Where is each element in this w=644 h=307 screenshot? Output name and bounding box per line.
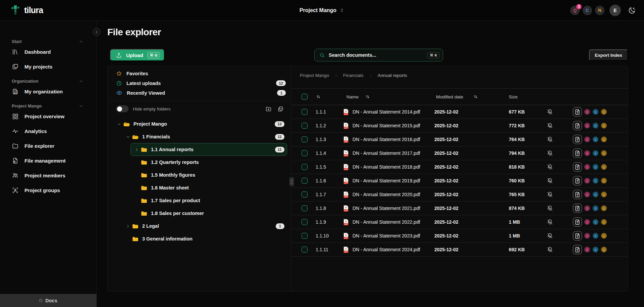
breadcrumb-item-project-mango[interactable]: Project Mango [300, 73, 329, 78]
file-row-1-1-10[interactable]: 1.1.10DN - Annual Statement 2023.pdf2025… [292, 229, 628, 243]
notifications-off-icon[interactable] [547, 123, 553, 129]
pane-resize-handle[interactable] [289, 177, 294, 186]
search-box[interactable]: ⌘ K [314, 49, 443, 61]
docs-button[interactable]: Docs [0, 294, 97, 307]
file-name[interactable]: DN - Annual Statement 2023.pdf [353, 233, 420, 238]
row-checkbox[interactable] [302, 219, 308, 225]
avatar-q[interactable]: Q3 [570, 6, 580, 15]
tree-row-1-2-quarterly-reports[interactable]: 1.2 Quarterly reports [130, 156, 287, 169]
index-sort-icon[interactable] [316, 94, 321, 99]
collapse-all-icon[interactable] [277, 106, 284, 112]
breadcrumb-item-annual-reports[interactable]: Annual reports [378, 73, 407, 78]
row-checkbox[interactable] [302, 247, 308, 253]
notifications-off-icon[interactable] [547, 150, 553, 157]
notifications-off-icon[interactable] [547, 109, 553, 115]
document-question-button[interactable] [573, 217, 582, 227]
breadcrumb-item-financials[interactable]: Financials [343, 73, 364, 78]
document-question-button[interactable] [573, 135, 582, 144]
file-name[interactable]: DN - Annual Statement 2021.pdf [353, 206, 420, 211]
quick-link-favorites[interactable]: Favorites [108, 69, 291, 78]
file-name[interactable]: DN - Annual Statement 2015.pdf [353, 123, 420, 128]
file-row-1-1-9[interactable]: 1.1.9DN - Annual Statement 2022.pdf2025-… [292, 215, 628, 229]
notifications-off-icon[interactable] [547, 164, 553, 170]
sidebar-item-file-explorer[interactable]: File explorer [0, 138, 96, 153]
file-row-1-1-1[interactable]: 1.1.1DN - Annual Statement 2014.pdf2025-… [292, 105, 628, 119]
tree-row-1-6-master-sheet[interactable]: 1.6 Master sheet [130, 181, 287, 194]
quick-link-recently-viewed[interactable]: Recently Viewed1 [108, 88, 291, 98]
file-name[interactable]: DN - Annual Statement 2014.pdf [353, 109, 420, 115]
document-question-button[interactable] [573, 231, 582, 240]
document-question-button[interactable] [573, 204, 582, 213]
row-checkbox[interactable] [302, 233, 308, 239]
document-question-button[interactable] [573, 121, 582, 130]
file-name[interactable]: DN - Annual Statement 2018.pdf [353, 164, 420, 170]
file-name[interactable]: DN - Annual Statement 2016.pdf [353, 137, 420, 142]
export-index-button[interactable]: Export Index [589, 49, 628, 61]
chevron-right-icon[interactable] [125, 224, 131, 229]
file-row-1-1-6[interactable]: 1.1.6DN - Annual Statement 2019.pdf2025-… [292, 174, 628, 188]
tree-row-project-mango[interactable]: Project Mango12 [113, 118, 287, 130]
search-input[interactable] [329, 52, 423, 58]
file-name[interactable]: DN - Annual Statement 2022.pdf [353, 219, 420, 225]
file-name[interactable]: DN - Annual Statement 2017.pdf [353, 150, 420, 156]
select-all-checkbox[interactable] [302, 94, 308, 100]
name-sort-icon[interactable] [365, 94, 370, 99]
tree-row-1-financials[interactable]: 1 Financials11 [122, 130, 287, 143]
sidebar-collapse-button[interactable] [93, 28, 101, 36]
notifications-off-icon[interactable] [547, 233, 553, 239]
avatar-e[interactable]: E [609, 5, 621, 16]
sidebar-item-project-members[interactable]: Project members [0, 168, 96, 183]
row-checkbox[interactable] [302, 191, 308, 198]
notifications-off-icon[interactable] [547, 178, 553, 184]
size-column-header[interactable]: Size [509, 94, 518, 99]
name-column-header[interactable]: Name [346, 94, 359, 99]
project-selector[interactable]: Project Mango [300, 7, 344, 13]
document-question-button[interactable] [573, 107, 582, 117]
sidebar-item-my-organization[interactable]: My organization [0, 84, 96, 99]
notifications-off-icon[interactable] [547, 205, 553, 212]
document-question-button[interactable] [573, 245, 582, 254]
document-question-button[interactable] [573, 162, 582, 172]
notifications-off-icon[interactable] [547, 247, 553, 253]
file-name[interactable]: DN - Annual Statement 2020.pdf [353, 192, 420, 197]
sidebar-item-analytics[interactable]: Analytics [0, 124, 96, 138]
sidebar-item-dashboard[interactable]: Dashboard [0, 44, 96, 59]
quick-link-latest-uploads[interactable]: Latest uploads12 [108, 78, 291, 88]
row-checkbox[interactable] [302, 150, 308, 156]
sidebar-section-header-organization[interactable]: Organization [0, 78, 96, 84]
sidebar-section-header-start[interactable]: Start [0, 38, 96, 44]
row-checkbox[interactable] [302, 123, 308, 129]
document-question-button[interactable] [573, 176, 582, 185]
tree-row-1-8-sales-per-customer[interactable]: 1.8 Sales per customer [130, 207, 287, 220]
notifications-off-icon[interactable] [547, 191, 553, 198]
file-name[interactable]: DN - Annual Statement 2024.pdf [353, 247, 420, 252]
document-question-button[interactable] [573, 148, 582, 158]
chevron-right-icon[interactable] [133, 147, 140, 152]
tree-row-1-5-monthly-figures[interactable]: 1.5 Monthly figures [130, 169, 287, 181]
sidebar-item-file-management[interactable]: File management [0, 153, 96, 168]
file-name[interactable]: DN - Annual Statement 2019.pdf [353, 178, 420, 183]
file-row-1-1-5[interactable]: 1.1.5DN - Annual Statement 2018.pdf2025-… [292, 160, 628, 174]
avatar-c[interactable]: C [583, 6, 592, 15]
sidebar-item-my-projects[interactable]: My projects [0, 59, 96, 74]
app-logo[interactable]: tilura [11, 5, 43, 15]
row-checkbox[interactable] [302, 178, 308, 184]
sidebar-item-project-overview[interactable]: Project overview [0, 109, 96, 124]
row-checkbox[interactable] [302, 109, 308, 115]
file-row-1-1-2[interactable]: 1.1.2DN - Annual Statement 2015.pdf2025-… [292, 119, 628, 133]
document-question-button[interactable] [573, 190, 582, 199]
file-row-1-1-8[interactable]: 1.1.8DN - Annual Statement 2021.pdf2025-… [292, 202, 628, 215]
modified-column-header[interactable]: Modified date [436, 94, 463, 99]
modified-sort-icon[interactable] [473, 94, 478, 99]
tree-row-3-general-information[interactable]: 3 General information [122, 232, 287, 245]
hide-empty-folders-toggle[interactable] [116, 105, 128, 112]
file-row-1-1-11[interactable]: 1.1.11DN - Annual Statement 2024.pdf2025… [292, 243, 628, 257]
tree-row-2-legal[interactable]: 2 Legal1 [122, 220, 287, 232]
upload-button[interactable]: Upload ⌘ Q [110, 49, 165, 61]
tree-row-1-7-sales-per-product[interactable]: 1.7 Sales per product [130, 194, 287, 207]
notifications-off-icon[interactable] [547, 219, 553, 225]
chevron-down-icon[interactable] [125, 134, 131, 139]
theme-toggle-button[interactable] [628, 6, 636, 14]
tree-row-1-1-annual-reports[interactable]: 1.1 Annual reports11 [130, 143, 287, 156]
file-row-1-1-3[interactable]: 1.1.3DN - Annual Statement 2016.pdf2025-… [292, 133, 628, 146]
